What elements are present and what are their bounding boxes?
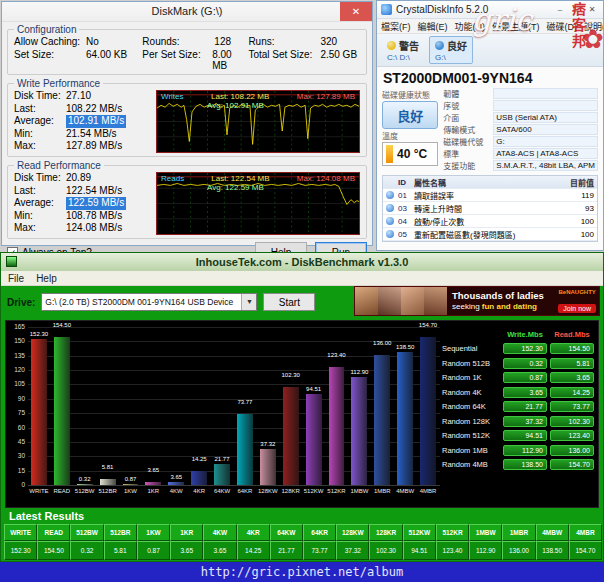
- bar-value-label: 5.81: [94, 464, 122, 470]
- info-value: USB (Serial ATA): [493, 112, 598, 123]
- menu-item[interactable]: 編輯(E): [418, 20, 448, 33]
- crystaldiskinfo-app-icon: [381, 4, 392, 15]
- info-value: G:: [493, 136, 598, 147]
- y-tick-label: 15: [7, 467, 25, 474]
- menu-item[interactable]: File: [8, 273, 24, 284]
- summary-write-value: 3.65: [503, 387, 547, 398]
- smart-id: 04: [398, 217, 414, 226]
- smart-name: 讀取錯誤率: [414, 190, 567, 201]
- results-header-cell: 4KW: [203, 524, 236, 541]
- chart-bar: [283, 387, 299, 485]
- summary-row-label: Random 512B: [442, 359, 500, 368]
- chart-bar: [306, 394, 322, 485]
- close-icon[interactable]: [340, 2, 372, 21]
- stat-value: 127.89 MB/s: [66, 140, 122, 153]
- disk-chip[interactable]: 良好G:\: [429, 36, 473, 64]
- chevron-down-icon[interactable]: [241, 294, 256, 310]
- y-tick-label: 165: [7, 323, 25, 330]
- bar-value-label: 112.90: [345, 369, 373, 375]
- write-graph: Writes Last: 108.22 MB Max: 127.89 MB Av…: [156, 90, 360, 153]
- stat-label: Disk Time:: [14, 90, 66, 103]
- chart-bar: [420, 337, 436, 485]
- stat-row: Min:108.78 MB/s: [14, 210, 150, 223]
- results-header-cell: READ: [37, 524, 70, 541]
- write-performance-legend: Write Performance: [14, 78, 103, 89]
- stat-label: Disk Time:: [14, 172, 66, 185]
- summary-row: Random 512B0.325.81: [442, 356, 594, 371]
- info-row: 標準ATA8-ACS | ATA8-ACS: [443, 148, 598, 159]
- stat-row: Disk Time:20.89: [14, 172, 150, 185]
- bar-value-label: 3.65: [162, 474, 190, 480]
- menu-item[interactable]: 說明(H): [584, 20, 603, 33]
- menu-item[interactable]: 檔案(F): [381, 20, 411, 33]
- chart-summary: Write.MbsRead.MbsSequential152.30154.50R…: [442, 327, 594, 472]
- stat-row: Average:122.59 MB/s: [14, 197, 150, 210]
- crystaldiskinfo-titlebar[interactable]: CrystalDiskInfo 5.2.0 –□✕: [377, 1, 603, 19]
- bench-body: Drive: G:\ (2.0 TB) ST2000DM 001-9YN164 …: [1, 286, 603, 562]
- config-field: Per Set Size:8.00 MB: [142, 49, 248, 71]
- menu-item[interactable]: 功能(U): [455, 20, 486, 33]
- diskmark-config-grid: Allow Caching:NoRounds:128Runs:320Set Si…: [14, 36, 360, 71]
- health-label: 磁碟健康狀態: [382, 89, 438, 100]
- read-performance-group: Read Performance Disk Time:20.89Last:122…: [7, 160, 367, 239]
- y-tick-label: 0: [7, 481, 25, 488]
- y-tick-label: 120: [7, 366, 25, 373]
- status-dot-icon: [386, 230, 394, 238]
- ad-banner[interactable]: Thousands of ladies seeking fun and dati…: [354, 286, 600, 316]
- results-header-cell: 1KW: [137, 524, 170, 541]
- stat-value: 102.91 MB/s: [66, 115, 126, 128]
- results-value-cell: 14.25: [237, 541, 270, 560]
- temperature-label: 溫度: [382, 130, 438, 141]
- smart-value: 93: [567, 204, 597, 213]
- y-tick-label: 135: [7, 352, 25, 359]
- smart-value: 119: [567, 191, 597, 200]
- summary-write-value: 0.32: [503, 358, 547, 369]
- drive-select[interactable]: G:\ (2.0 TB) ST2000DM 001-9YN164 USB Dev…: [41, 293, 257, 311]
- ad-logo: BeNAUGHTY: [559, 289, 596, 295]
- diskmark-read-stats: Disk Time:20.89Last:122.54 MB/sAverage:1…: [14, 172, 150, 235]
- results-value-cell: 136.00: [502, 541, 535, 560]
- chart-bar: [77, 484, 93, 485]
- menu-item[interactable]: Help: [36, 273, 57, 284]
- info-value: SATA/600: [493, 124, 598, 135]
- summary-write-value: 138.50: [503, 459, 547, 470]
- config-field-value: No: [86, 36, 99, 47]
- smart-header-name: 屬性名稱: [414, 177, 567, 188]
- diskbenchmark-app-icon: [6, 256, 17, 267]
- summary-write-value: 152.30: [503, 343, 547, 354]
- chart-bar: [168, 482, 184, 485]
- diskmark-titlebar[interactable]: DiskMark (G:\): [2, 2, 372, 22]
- disk-status-text: 良好: [447, 38, 467, 53]
- chart-bar: [100, 479, 116, 485]
- diskmark-window: DiskMark (G:\) Configuration Allow Cachi…: [1, 1, 373, 246]
- disk-letters: G:\: [435, 53, 446, 62]
- cdi-menubar: 檔案(F)編輯(E)功能(U)佈景主題(T)磁碟(D)說明(H): [377, 19, 603, 34]
- window-button-icon[interactable]: –: [553, 5, 567, 14]
- results-header-cell: 128KW: [336, 524, 369, 541]
- summary-row-label: Random 128K: [442, 417, 500, 426]
- chart-bar: [397, 352, 413, 485]
- summary-write-value: 0.87: [503, 372, 547, 383]
- summary-read-value: 154.50: [550, 343, 594, 354]
- smart-row: 03轉速上升時間93: [383, 202, 597, 215]
- stat-value: 122.54 MB/s: [66, 185, 122, 198]
- menu-item[interactable]: 磁碟(D): [547, 20, 578, 33]
- start-button[interactable]: Start: [263, 293, 315, 311]
- summary-row: Random 4K3.6514.25: [442, 385, 594, 400]
- window-button-icon[interactable]: ✕: [585, 5, 599, 14]
- window-button-icon[interactable]: □: [569, 5, 583, 14]
- stat-label: Last:: [14, 103, 66, 116]
- screen: DiskMark (G:\) Configuration Allow Cachi…: [0, 0, 604, 582]
- menu-item[interactable]: 佈景主題(T): [492, 20, 540, 33]
- diskbenchmark-titlebar[interactable]: InhouseTek.com - DiskBenchmark v1.3.0: [1, 253, 603, 271]
- bar-value-label: 154.50: [48, 322, 76, 328]
- ad-photo: [401, 287, 424, 315]
- summary-row: Random 1MB112.90136.00: [442, 443, 594, 458]
- read-graph-last: Last: 122.54 MB: [211, 174, 269, 183]
- join-now-button[interactable]: Join now: [558, 304, 596, 313]
- disk-chip[interactable]: 警告C:\ D:\: [381, 36, 425, 64]
- summary-row: Random 128K37.32102.30: [442, 414, 594, 429]
- summary-write-value: 37.32: [503, 416, 547, 427]
- stat-row: Max:127.89 MB/s: [14, 140, 150, 153]
- write-performance-group: Write Performance Disk Time:27.10Last:10…: [7, 78, 367, 157]
